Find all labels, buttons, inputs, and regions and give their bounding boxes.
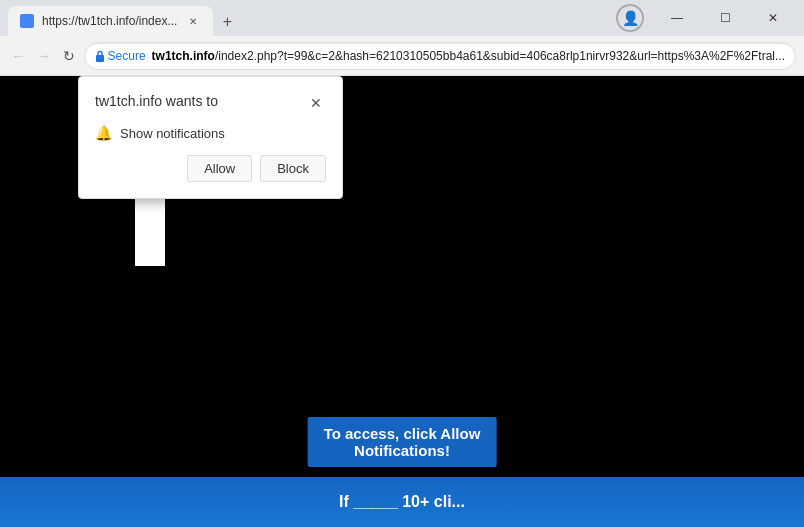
banner-line1: To access, click Allow	[324, 425, 481, 442]
url-text: tw1tch.info/index2.php?t=99&c=2&hash=621…	[152, 49, 785, 63]
title-bar: https://tw1tch.info/index... ✕ + 👤 — ☐ ✕	[0, 0, 804, 36]
notification-label: Show notifications	[120, 126, 225, 141]
tab-close-button[interactable]: ✕	[185, 13, 201, 29]
address-bar[interactable]: Secure tw1tch.info/index2.php?t=99&c=2&h…	[84, 42, 796, 70]
window-controls: — ☐ ✕	[654, 2, 796, 34]
allow-button[interactable]: Allow	[187, 155, 252, 182]
bottom-strip: If _____ 10+ cli...	[0, 477, 804, 527]
svg-rect-0	[96, 55, 104, 62]
maximize-button[interactable]: ☐	[702, 2, 748, 34]
banner-line2: Notifications!	[354, 442, 450, 459]
browser-content: tw1tch.info wants to ✕ 🔔 Show notificati…	[0, 76, 804, 527]
minimize-button[interactable]: —	[654, 2, 700, 34]
block-button[interactable]: Block	[260, 155, 326, 182]
popup-header: tw1tch.info wants to ✕	[95, 93, 326, 113]
secure-label: Secure	[108, 49, 146, 63]
refresh-button[interactable]: ↻	[58, 42, 79, 70]
bell-icon: 🔔	[95, 125, 112, 141]
popup-close-button[interactable]: ✕	[306, 93, 326, 113]
tab-favicon	[20, 14, 34, 28]
chrome-window: https://tw1tch.info/index... ✕ + 👤 — ☐ ✕…	[0, 0, 804, 527]
secure-badge: Secure	[95, 49, 146, 63]
url-path: /index2.php?t=99&c=2&hash=6210310505bb4a…	[215, 49, 785, 63]
close-button[interactable]: ✕	[750, 2, 796, 34]
forward-button[interactable]: →	[33, 42, 54, 70]
active-tab[interactable]: https://tw1tch.info/index... ✕	[8, 6, 213, 36]
new-tab-button[interactable]: +	[213, 8, 241, 36]
tab-title: https://tw1tch.info/index...	[42, 14, 177, 28]
back-button[interactable]: ←	[8, 42, 29, 70]
url-domain: tw1tch.info	[152, 49, 215, 63]
popup-title: tw1tch.info wants to	[95, 93, 218, 109]
bottom-text: If _____ 10+ cli...	[339, 493, 465, 511]
popup-notification-row: 🔔 Show notifications	[95, 125, 326, 141]
browser-toolbar: ← → ↻ Secure tw1tch.info/index2.php?t=99…	[0, 36, 804, 76]
popup-buttons: Allow Block	[95, 155, 326, 182]
lock-icon	[95, 50, 105, 62]
permission-popup: tw1tch.info wants to ✕ 🔔 Show notificati…	[78, 76, 343, 199]
tab-strip: https://tw1tch.info/index... ✕ +	[8, 0, 610, 36]
profile-icon[interactable]: 👤	[616, 4, 644, 32]
click-allow-banner: To access, click Allow Notifications!	[308, 417, 497, 467]
